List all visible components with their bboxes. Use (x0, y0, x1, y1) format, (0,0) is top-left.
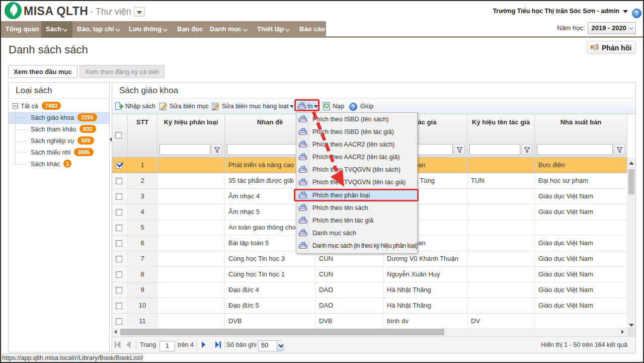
svg-text:?: ? (635, 10, 638, 17)
svg-text:?: ? (352, 104, 355, 110)
